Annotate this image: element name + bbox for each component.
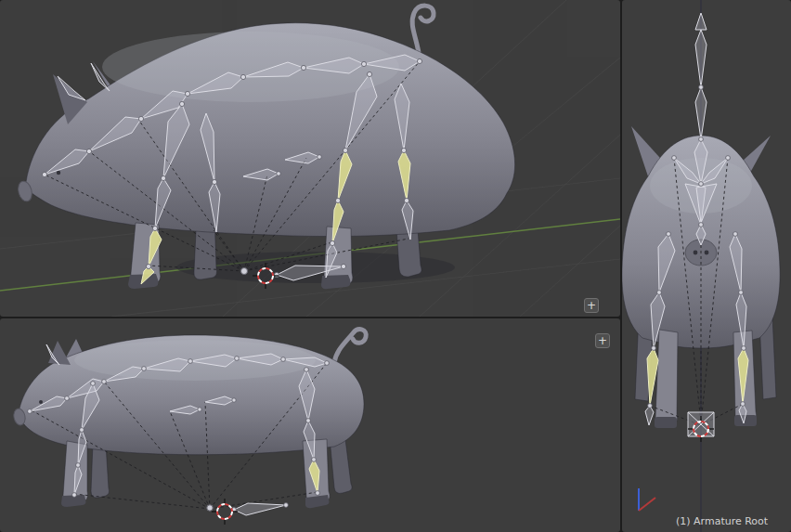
3d-cursor — [212, 499, 238, 525]
expand-region-button-top[interactable]: + — [584, 298, 599, 313]
viewport-front[interactable]: (1) Armature Root — [622, 0, 791, 532]
armature-root-point — [207, 505, 213, 511]
front-scene — [622, 0, 791, 532]
root-bone[interactable] — [234, 503, 286, 515]
blender-multi-viewport: (1) Armature Root + + — [0, 0, 791, 532]
perspective-scene — [0, 0, 620, 317]
side-scene — [0, 318, 620, 532]
orientation-gizmo — [639, 488, 655, 511]
expand-region-button-bottom[interactable]: + — [595, 333, 610, 348]
pig-mesh[interactable] — [16, 6, 514, 289]
active-object-label: (1) Armature Root — [676, 515, 768, 527]
root-bone[interactable] — [688, 412, 714, 436]
armature-root-point — [241, 268, 248, 275]
viewport-perspective[interactable] — [0, 0, 620, 317]
viewport-side[interactable] — [0, 318, 620, 532]
